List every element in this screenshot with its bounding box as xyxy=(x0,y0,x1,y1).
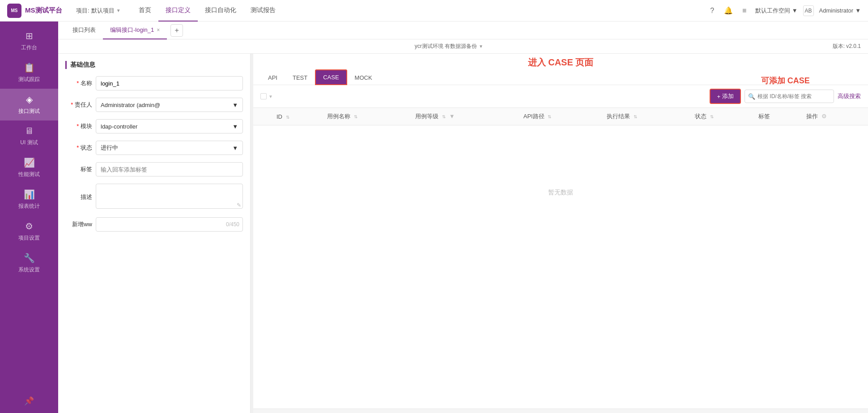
env-selector[interactable]: ycr测试环境 有数据源备份 ▼ xyxy=(415,43,483,50)
custom-label: 新增ww xyxy=(65,220,92,228)
right-panel: 进入 CASE 页面 API TEST CASE MOCK xyxy=(253,54,868,413)
name-input[interactable] xyxy=(96,76,243,90)
module-dropdown-icon: ▼ xyxy=(232,123,238,130)
inner-tab-case-label: CASE xyxy=(323,74,339,81)
data-table: ID ⇅ 用例名称 ⇅ 用例等级 ⇅ ▼ xyxy=(253,108,868,409)
desc-wrapper: ✎ xyxy=(96,184,243,210)
status-select[interactable]: 进行中 ▼ xyxy=(96,141,243,155)
inner-tab-api[interactable]: API xyxy=(260,70,285,85)
desc-textarea[interactable] xyxy=(96,184,243,209)
add-case-button[interactable]: + 添加 xyxy=(710,89,741,104)
project-label: 项目: xyxy=(76,7,89,15)
sidebar-item-api-test[interactable]: ◈ 接口测试 xyxy=(0,89,58,120)
th-id[interactable]: ID ⇅ xyxy=(271,108,322,125)
advanced-search-button[interactable]: 高级搜索 xyxy=(838,92,861,100)
sidebar-item-report-stat[interactable]: 📊 报表统计 xyxy=(0,184,58,215)
actions-settings-icon[interactable]: ⚙ xyxy=(821,113,827,120)
horizontal-scrollbar[interactable] xyxy=(253,409,868,413)
add-tab-icon: + xyxy=(175,26,179,34)
tag-input[interactable] xyxy=(96,162,243,176)
panel-layout: 基础信息 名称 责任人 Administrator (admin@ ▼ 模块 xyxy=(58,54,868,413)
menu-icon[interactable]: ≡ xyxy=(739,5,750,16)
empty-text: 暂无数据 xyxy=(548,189,573,197)
bell-icon[interactable]: 🔔 xyxy=(723,5,734,16)
case-name-sort-icon: ⇅ xyxy=(354,114,357,119)
help-icon[interactable]: ? xyxy=(707,5,718,16)
module-label: 模块 xyxy=(65,122,92,130)
sub-tabs-bar: 接口列表 编辑接口-login_1 × + xyxy=(58,22,868,39)
exec-result-sort-icon: ⇅ xyxy=(634,114,637,119)
owner-value: Administrator (admin@ xyxy=(101,102,160,108)
nav-home[interactable]: 首页 xyxy=(132,0,158,22)
status-dropdown-icon: ▼ xyxy=(232,145,238,151)
status-sort-icon: ⇅ xyxy=(710,114,714,119)
user-menu[interactable]: Administrator ▼ xyxy=(819,7,861,14)
sub-tab-edit-login1[interactable]: 编辑接口-login_1 × xyxy=(103,22,167,39)
name-label: 名称 xyxy=(65,79,92,87)
close-tab-icon[interactable]: × xyxy=(157,27,160,33)
th-api-path[interactable]: API路径 ⇅ xyxy=(518,108,601,125)
inner-tab-case[interactable]: CASE xyxy=(315,69,347,85)
nav-test-report[interactable]: 测试报告 xyxy=(243,0,283,22)
add-tab-button[interactable]: + xyxy=(170,24,183,37)
left-panel: 基础信息 名称 责任人 Administrator (admin@ ▼ 模块 xyxy=(58,54,251,413)
search-wrapper: 🔍 xyxy=(745,90,834,103)
inner-tab-test-label: TEST xyxy=(293,74,307,81)
project-dropdown-icon: ▼ xyxy=(116,8,121,13)
level-filter-icon[interactable]: ▼ xyxy=(449,113,455,120)
sidebar: ⊞ 工作台 📋 测试跟踪 ◈ 接口测试 🖥 UI 测试 📈 性能测试 📊 报表统… xyxy=(0,22,58,413)
sidebar-item-label-project-settings: 项目设置 xyxy=(18,234,40,242)
nav-interface-def[interactable]: 接口定义 xyxy=(158,0,198,22)
select-all-checkbox[interactable] xyxy=(260,93,267,99)
inner-tab-mock[interactable]: MOCK xyxy=(347,70,380,85)
owner-select[interactable]: Administrator (admin@ ▼ xyxy=(96,98,243,112)
action-bar-right: 可添加 CASE + 添加 🔍 高级搜索 xyxy=(710,89,861,104)
perf-test-icon: 📈 xyxy=(24,157,35,168)
custom-input[interactable] xyxy=(96,217,243,232)
module-value: ldap-controller xyxy=(101,123,137,130)
logo-icon: MS xyxy=(7,4,21,18)
th-case-name[interactable]: 用例名称 ⇅ xyxy=(322,108,410,125)
level-sort-icon: ⇅ xyxy=(442,114,446,119)
inner-tab-test[interactable]: TEST xyxy=(285,70,315,85)
sidebar-item-sys-settings[interactable]: 🔧 系统设置 xyxy=(0,247,58,279)
inner-tab-api-label: API xyxy=(268,74,277,81)
content-area: 接口列表 编辑接口-login_1 × + ycr测试环境 有数据源备份 ▼ 版… xyxy=(58,22,868,413)
user-dropdown-icon: ▼ xyxy=(855,7,861,14)
select-all-dropdown-icon[interactable]: ▼ xyxy=(268,94,273,99)
th-level[interactable]: 用例等级 ⇅ ▼ xyxy=(410,108,518,125)
env-label: ycr测试环境 有数据源备份 xyxy=(415,43,477,50)
sub-tab-api-list[interactable]: 接口列表 xyxy=(65,22,103,39)
sub-tab-edit-login1-label: 编辑接口-login_1 xyxy=(110,26,154,34)
form-row-name: 名称 xyxy=(65,76,243,90)
sidebar-item-perf-test[interactable]: 📈 性能测试 xyxy=(0,152,58,184)
grid-icon[interactable]: AB xyxy=(803,5,814,16)
pin-icon[interactable]: 📌 xyxy=(17,389,41,413)
sidebar-item-label-report-stat: 报表统计 xyxy=(18,202,40,210)
th-status[interactable]: 状态 ⇅ xyxy=(689,108,753,125)
sidebar-item-ui-test[interactable]: 🖥 UI 测试 xyxy=(0,120,58,152)
sidebar-item-test-trace[interactable]: 📋 测试跟踪 xyxy=(0,57,58,89)
sidebar-item-label-perf-test: 性能测试 xyxy=(18,171,40,178)
owner-label: 责任人 xyxy=(65,101,92,109)
module-select[interactable]: ldap-controller ▼ xyxy=(96,119,243,133)
th-actions: 操作 ⚙ xyxy=(801,108,868,125)
report-stat-icon: 📊 xyxy=(24,189,35,200)
table-header: ID ⇅ 用例名称 ⇅ 用例等级 ⇅ ▼ xyxy=(253,108,868,125)
sidebar-item-label-ui-test: UI 测试 xyxy=(20,139,38,146)
project-settings-icon: ⚙ xyxy=(25,221,33,232)
case-search-input[interactable] xyxy=(745,90,834,103)
inner-tab-bar: API TEST CASE MOCK xyxy=(253,69,868,85)
sidebar-item-label-sys-settings: 系统设置 xyxy=(18,266,40,274)
th-exec-result[interactable]: 执行结果 ⇅ xyxy=(601,108,689,125)
project-name: 默认项目 xyxy=(91,7,115,15)
form-row-tag: 标签 xyxy=(65,162,243,176)
api-path-sort-icon: ⇅ xyxy=(548,114,551,119)
workspace-selector[interactable]: 默认工作空间 ▼ xyxy=(755,7,798,15)
sidebar-item-workbench[interactable]: ⊞ 工作台 xyxy=(0,25,58,57)
inner-tab-mock-label: MOCK xyxy=(355,74,372,81)
sys-settings-icon: 🔧 xyxy=(24,253,35,263)
nav-interface-auto[interactable]: 接口自动化 xyxy=(198,0,243,22)
project-selector[interactable]: 项目: 默认项目 ▼ xyxy=(76,7,121,15)
sidebar-item-project-settings[interactable]: ⚙ 项目设置 xyxy=(0,215,58,247)
